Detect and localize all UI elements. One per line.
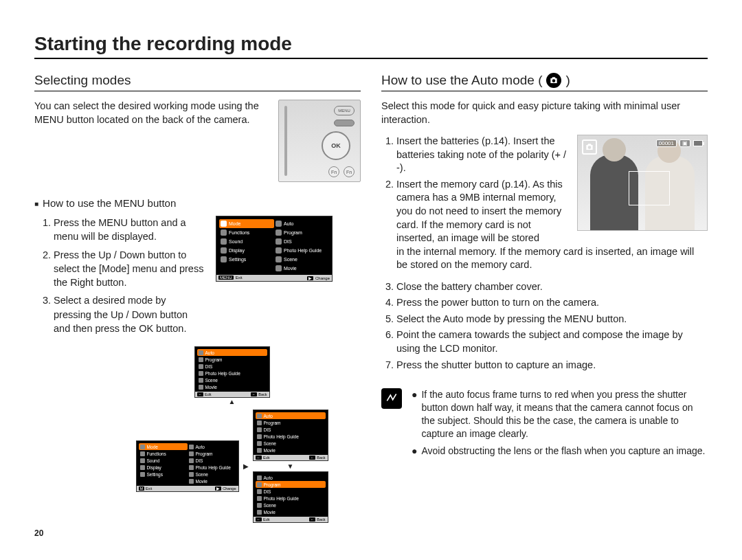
submenu-item-auto: Auto (274, 219, 329, 228)
fn-button-1: Fn (328, 166, 339, 177)
movie-icon (276, 265, 282, 271)
camera-menu-button: MENU (334, 106, 355, 115)
list-item: Insert the batteries (p.14). Insert the … (396, 135, 567, 175)
arrow-down-icon: ▼ (287, 462, 294, 470)
page-title: Starting the recording mode (34, 33, 708, 59)
intro-paragraph: You can select the desired working mode … (34, 100, 269, 126)
note-box: ●If the auto focus frame turns to red wh… (381, 388, 708, 461)
display-icon (221, 247, 227, 254)
battery-icon (693, 140, 703, 146)
note-list: ●If the auto focus frame turns to red wh… (412, 388, 708, 461)
bullet-icon: ● (412, 445, 417, 458)
fn-button-2: Fn (344, 166, 355, 177)
submenu-item-scene: Scene (274, 255, 329, 264)
auto-steps-list-a: Insert the batteries (p.14). Insert the … (381, 135, 567, 245)
sample-photo-lcd: 00001 ▣ (577, 135, 708, 231)
list-item: Select a desired mode by pressing the Up… (54, 293, 206, 335)
note-item: ●If the auto focus frame turns to red wh… (412, 388, 708, 440)
steps-and-menu-row: Press the MENU button and a menu will be… (34, 216, 361, 339)
overlay-counter: 00001 (656, 139, 677, 147)
arrow-right-icon: ▶ (243, 462, 249, 470)
camera-fn-buttons: Fn Fn (328, 166, 355, 177)
list-item: Point the camera towards the subject and… (396, 328, 708, 355)
menu-steps: Press the MENU button and a menu will be… (34, 216, 206, 339)
camera-auto-icon (546, 73, 561, 88)
howto-menu-heading: How to use the MENU button (34, 197, 361, 209)
menu-tiny-2: Auto Program DIS Photo Help Guide Scene … (253, 410, 328, 461)
bullet-icon: ● (412, 388, 417, 440)
submenu-item-movie: Movie (274, 264, 329, 273)
auto-steps-block: Insert the batteries (p.14). Insert the … (381, 135, 567, 248)
auto-steps-row: Insert the batteries (p.14). Insert the … (381, 135, 708, 248)
submenu-item-photo-help: Photo Help Guide (274, 246, 329, 255)
menu-row-middle: Mode Functions Sound Display Settings Au… (136, 410, 328, 523)
menu-tiny-1: Auto Program DIS Photo Help Guide Scene … (194, 346, 270, 398)
menu-item-functions: Functions (219, 228, 274, 237)
list-item: Press the MENU button and a menu will be… (54, 216, 206, 244)
step2-continuation: in the internal memory. If the memory ca… (381, 245, 708, 272)
left-column: Selecting modes You can select the desir… (34, 73, 361, 538)
menu-steps-list: Press the MENU button and a menu will be… (34, 216, 206, 335)
focus-frame (629, 171, 670, 205)
note-item: ●Avoid obstructing the lens or the flash… (412, 445, 708, 458)
note-icon (381, 388, 402, 409)
list-item: Press the Up / Down button to select the… (54, 248, 206, 290)
overlay-quality-icon: ▣ (679, 139, 690, 147)
list-item: Insert the memory card (p.14). As this c… (396, 178, 567, 245)
right-column: How to use the Auto mode ( ) Select this… (381, 73, 708, 538)
dis-icon (276, 238, 282, 245)
section-title-auto-mode: How to use the Auto mode ( ) (381, 73, 708, 91)
camera-icon (276, 229, 282, 236)
two-column-layout: Selecting modes You can select the desir… (34, 73, 708, 538)
section-title-selecting-modes: Selecting modes (34, 73, 361, 91)
overlay-mode-icon (582, 139, 597, 155)
intro-row: You can select the desired working mode … (34, 100, 361, 182)
overlay-top-right: 00001 ▣ (656, 139, 703, 147)
auto-mode-intro: Select this mode for quick and easy pict… (381, 100, 708, 126)
camera-ok-button: OK (322, 131, 350, 160)
camera-disp-button (334, 120, 355, 126)
menu-tiny-3: Auto Program DIS Photo Help Guide Scene … (253, 471, 328, 523)
menu-navigation-sequence: Auto Program DIS Photo Help Guide Scene … (103, 346, 361, 523)
menu-item-display: Display (219, 246, 274, 255)
sound-icon (221, 238, 227, 245)
menu-item-mode: Mode (219, 219, 274, 228)
submenu-item-program: Program (274, 228, 329, 237)
list-item: Press the power button to turn on the ca… (396, 296, 708, 310)
manual-page: Starting the recording mode Selecting mo… (0, 0, 742, 545)
auto-steps-list-b: Close the battery chamber cover. Press t… (381, 280, 708, 372)
camera-back-illustration: MENU OK Fn Fn (278, 100, 361, 182)
list-item: Close the battery chamber cover. (396, 280, 708, 294)
help-icon (276, 247, 282, 254)
submenu-item-dis: DIS (274, 237, 329, 246)
menu-item-sound: Sound (219, 237, 274, 246)
menu-screenshot-main: Mode Functions Sound Display Settings Au… (216, 216, 333, 282)
menu-footer: MENUExit ▶Change (216, 275, 332, 281)
list-item: Select the Auto mode by pressing the MEN… (396, 313, 708, 326)
arrow-up-icon: ▲ (229, 398, 236, 405)
mode-icon (221, 221, 227, 227)
list-item: Press the shutter button to capture an i… (396, 359, 708, 372)
settings-icon (221, 256, 227, 262)
functions-icon (221, 229, 227, 236)
scene-icon (276, 256, 282, 262)
menu-item-settings: Settings (219, 255, 274, 264)
menu-tiny-wide: Mode Functions Sound Display Settings Au… (136, 440, 239, 492)
camera-icon (276, 221, 282, 227)
page-number: 20 (34, 528, 361, 538)
